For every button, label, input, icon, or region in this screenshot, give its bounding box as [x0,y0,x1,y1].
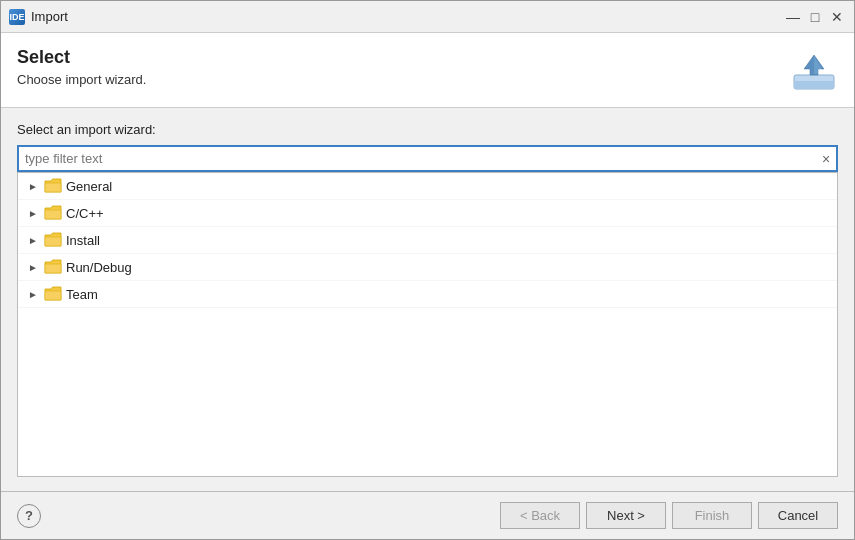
chevron-icon-cplusplus: ► [26,206,40,220]
folder-icon-cplusplus [44,204,62,222]
bottom-section: ? < Back Next > Finish Cancel [1,491,854,539]
chevron-icon-rundebug: ► [26,260,40,274]
back-label: < Back [520,508,560,523]
tree-label-cplusplus: C/C++ [66,206,104,221]
filter-clear-button[interactable]: × [816,149,836,169]
tree-item-general[interactable]: ► General [18,173,837,200]
header-description: Choose import wizard. [17,72,146,87]
wizard-icon [790,47,838,95]
tree-item-cplusplus[interactable]: ► C/C++ [18,200,837,227]
tree-item-team[interactable]: ► Team [18,281,837,308]
dialog-buttons: < Back Next > Finish Cancel [500,502,838,529]
ide-icon: IDE [9,9,25,25]
tree-container: ► General ► C/C++ [17,172,838,477]
folder-icon-rundebug [44,258,62,276]
help-button[interactable]: ? [17,504,41,528]
tree-label-rundebug: Run/Debug [66,260,132,275]
tree-item-install[interactable]: ► Install [18,227,837,254]
folder-icon-team [44,285,62,303]
chevron-icon-team: ► [26,287,40,301]
tree-label-team: Team [66,287,98,302]
next-button[interactable]: Next > [586,502,666,529]
main-content: Select an import wizard: × ► General [1,108,854,491]
close-button[interactable]: ✕ [828,8,846,26]
title-bar: IDE Import — □ ✕ [1,1,854,33]
header-text: Select Choose import wizard. [17,47,146,87]
back-button[interactable]: < Back [500,502,580,529]
tree-label-install: Install [66,233,100,248]
title-controls: — □ ✕ [784,8,846,26]
dialog-title: Import [31,9,68,24]
chevron-icon-general: ► [26,179,40,193]
title-left: IDE Import [9,9,68,25]
filter-row[interactable]: × [17,145,838,172]
svg-rect-1 [794,81,834,89]
maximize-button[interactable]: □ [806,8,824,26]
chevron-icon-install: ► [26,233,40,247]
header-heading: Select [17,47,146,68]
filter-input[interactable] [19,147,816,170]
section-label: Select an import wizard: [17,122,838,137]
next-label: Next > [607,508,645,523]
cancel-button[interactable]: Cancel [758,502,838,529]
minimize-button[interactable]: — [784,8,802,26]
folder-icon-install [44,231,62,249]
cancel-label: Cancel [778,508,818,523]
folder-icon-general [44,177,62,195]
finish-label: Finish [695,508,730,523]
content-header: Select Choose import wizard. [1,33,854,108]
tree-item-rundebug[interactable]: ► Run/Debug [18,254,837,281]
dialog-window: IDE Import — □ ✕ Select Choose import wi… [0,0,855,540]
finish-button[interactable]: Finish [672,502,752,529]
tree-label-general: General [66,179,112,194]
